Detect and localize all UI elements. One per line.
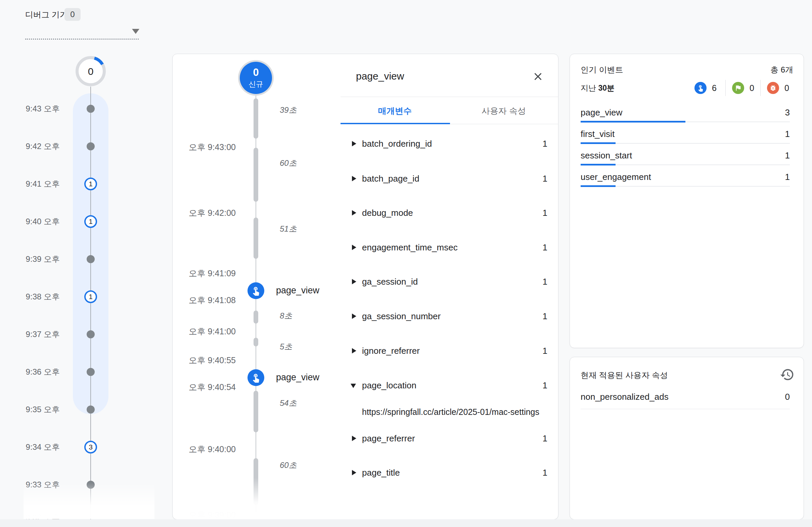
stream-tick: 오후 9:41:09 xyxy=(187,266,236,280)
stream-duration-segment xyxy=(253,98,258,138)
debug-device-count-badge: 0 xyxy=(64,8,81,21)
events-counter-chip[interactable] xyxy=(695,82,707,94)
stream-duration-segment xyxy=(253,218,258,259)
stream-duration-label: 5초 xyxy=(280,340,292,353)
tab-user-properties[interactable]: 사용자 속성 xyxy=(449,101,558,124)
param-name: page_location xyxy=(362,378,417,392)
collapse-right-icon xyxy=(352,245,356,250)
param-row[interactable]: page_referrer 1 xyxy=(349,431,549,445)
minute-node[interactable] xyxy=(87,142,95,150)
chevron-down-icon xyxy=(132,29,139,34)
top-event-row[interactable]: page_view xyxy=(581,106,622,119)
tap-icon xyxy=(251,286,261,296)
collapse-right-icon xyxy=(352,470,356,475)
top-event-bar-fill xyxy=(581,121,685,122)
param-value: 1 xyxy=(543,137,547,151)
param-value: 1 xyxy=(543,431,547,445)
minute-time-label: 9:39 오후 xyxy=(19,252,60,266)
tap-icon xyxy=(697,84,704,92)
minute-top-counter[interactable]: 0 xyxy=(75,55,107,87)
collapse-right-icon xyxy=(352,436,356,441)
minute-node[interactable] xyxy=(87,406,95,413)
top-event-count: 1 xyxy=(745,149,790,162)
minute-node-count[interactable]: 1 xyxy=(84,178,97,190)
close-icon[interactable] xyxy=(532,71,544,83)
conversions-counter-chip[interactable] xyxy=(732,82,744,94)
errors-counter-chip[interactable] xyxy=(767,82,779,94)
top-event-row[interactable]: first_visit xyxy=(581,128,614,140)
param-row[interactable]: ga_session_number 1 xyxy=(349,309,549,323)
event-name[interactable]: page_view xyxy=(276,370,319,384)
param-value: 1 xyxy=(543,309,547,323)
param-name: ignore_referrer xyxy=(362,344,420,358)
minute-time-label: 9:36 오후 xyxy=(19,365,60,379)
device-select-dropdown[interactable] xyxy=(25,20,139,40)
minute-node-count[interactable]: 1 xyxy=(84,290,97,303)
collapse-down-icon xyxy=(351,384,356,388)
minute-node[interactable] xyxy=(87,105,95,113)
param-row[interactable]: batch_ordering_id 1 xyxy=(349,137,549,151)
tab-parameters[interactable]: 매개변수 xyxy=(340,101,449,124)
minute-node-count[interactable]: 3 xyxy=(84,441,97,453)
param-name: batch_ordering_id xyxy=(362,137,432,151)
top-event-row[interactable]: session_start xyxy=(581,149,632,162)
detail-panel-title: page_view xyxy=(356,69,404,84)
stream-duration-label: 54초 xyxy=(280,396,297,410)
new-events-badge[interactable]: 0 신규 xyxy=(240,62,272,94)
conversions-counter-value: 0 xyxy=(750,82,763,94)
minute-time-label: 9:38 오후 xyxy=(19,290,60,304)
param-value: 1 xyxy=(543,344,547,358)
stream-tick: 오후 9:43:00 xyxy=(187,140,236,154)
collapse-right-icon xyxy=(352,176,356,181)
collapse-right-icon xyxy=(352,210,356,216)
param-row[interactable]: page_title 1 xyxy=(349,466,549,480)
stream-tick: 오후 9:40:00 xyxy=(187,442,236,456)
param-name: page_title xyxy=(362,466,400,480)
active-tab-indicator xyxy=(340,123,450,124)
top-event-bar-fill xyxy=(581,185,615,187)
param-row[interactable]: engagement_time_msec 1 xyxy=(349,240,549,254)
param-value: 1 xyxy=(543,206,547,220)
minute-time-label: 9:34 오후 xyxy=(19,440,60,454)
param-row-expanded[interactable]: page_location 1 xyxy=(349,378,549,392)
param-row[interactable]: ga_session_id 1 xyxy=(349,275,549,289)
minute-node[interactable] xyxy=(87,330,95,338)
stream-tick: 오후 9:41:00 xyxy=(187,325,236,338)
minute-timeline-axis xyxy=(90,87,91,520)
history-icon[interactable] xyxy=(780,367,795,382)
user-property-value: 0 xyxy=(745,390,790,404)
stream-duration-label: 39초 xyxy=(280,103,297,117)
event-node[interactable] xyxy=(247,369,264,386)
top-event-count: 1 xyxy=(745,171,790,183)
stream-tick: 오후 9:40:54 xyxy=(187,380,236,394)
param-row[interactable]: batch_page_id 1 xyxy=(349,172,549,186)
top-event-row[interactable]: user_engagement xyxy=(581,171,651,183)
param-row[interactable]: debug_mode 1 xyxy=(349,206,549,220)
minute-node[interactable] xyxy=(87,368,95,376)
top-event-bar xyxy=(581,142,790,144)
debugview-page: 디버그 기기 0 0 9:43 오후 9:42 오후 9:41 오후 9:40 … xyxy=(0,0,812,527)
minute-time-label: 9:43 오후 xyxy=(19,102,60,116)
minute-node-count[interactable]: 1 xyxy=(84,215,97,228)
param-name: ga_session_number xyxy=(362,309,440,323)
top-event-bar xyxy=(581,185,790,187)
event-name[interactable]: page_view xyxy=(276,284,319,297)
param-name: ga_session_id xyxy=(362,275,418,289)
stream-duration-segment xyxy=(253,148,258,202)
event-node[interactable] xyxy=(247,282,264,299)
collapse-right-icon xyxy=(352,279,356,284)
param-row[interactable]: ignore_referrer 1 xyxy=(349,344,549,358)
collapse-right-icon xyxy=(352,348,356,353)
time-window-value: 30분 xyxy=(598,84,614,92)
top-event-bar xyxy=(581,121,790,122)
top-events-title: 인기 이벤트 xyxy=(581,64,623,76)
minute-node[interactable] xyxy=(87,255,95,263)
stream-duration-label: 60초 xyxy=(280,157,297,170)
stream-duration-segment xyxy=(253,338,258,347)
minute-time-label: 9:40 오후 xyxy=(19,215,60,228)
flag-icon xyxy=(735,84,742,92)
time-window-prefix: 지난 xyxy=(581,84,598,92)
time-window-label: 지난 30분 xyxy=(581,82,614,94)
new-events-label: 신규 xyxy=(240,79,272,89)
new-events-count: 0 xyxy=(240,67,272,78)
